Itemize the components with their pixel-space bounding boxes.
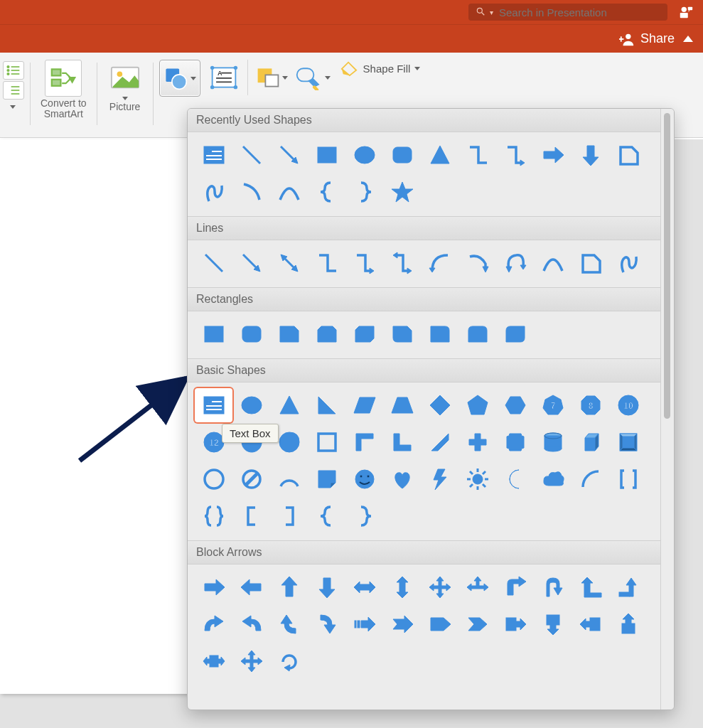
search-input[interactable] — [498, 6, 660, 19]
shape-arrow-l-up[interactable] — [571, 570, 609, 604]
shape-corner-l[interactable] — [345, 425, 383, 459]
text-box-button[interactable]: A — [206, 60, 242, 95]
shape-arrow-circular[interactable] — [270, 644, 308, 678]
shape-left-bracket[interactable] — [232, 499, 270, 533]
shape-down-arrow[interactable] — [571, 138, 609, 172]
shape-diagonal-stripe[interactable] — [421, 425, 458, 459]
shape-snip-same-side[interactable] — [308, 317, 345, 351]
shape-arrow-chevron[interactable] — [458, 607, 496, 641]
shape-elbow-double-arrow[interactable] — [383, 246, 421, 280]
shape-no-symbol[interactable] — [232, 462, 270, 496]
shape-triangle[interactable] — [270, 388, 308, 422]
shape-arrow-curved-left[interactable] — [232, 607, 270, 641]
shape-elbow-connector[interactable] — [458, 138, 496, 172]
shape-oval[interactable] — [345, 138, 383, 172]
shape-oval[interactable] — [232, 388, 270, 422]
shape-arrow-callout-r[interactable] — [496, 607, 534, 641]
shape-arrow-uturn-r[interactable] — [534, 570, 571, 604]
shape-folded-corner[interactable] — [308, 462, 345, 496]
collapse-ribbon-icon[interactable] — [683, 36, 693, 42]
shape-snip-diagonal[interactable] — [345, 317, 383, 351]
shape-arrow-curved-down[interactable] — [308, 607, 345, 641]
shape-line[interactable] — [232, 138, 270, 172]
shape-round-single[interactable] — [421, 317, 458, 351]
shape-arrow-pentagon[interactable] — [421, 607, 458, 641]
shape-line-double-arrow[interactable] — [270, 246, 308, 280]
shape-arrow-callout-u[interactable] — [609, 607, 647, 641]
shape-star-5[interactable] — [383, 175, 421, 209]
shape-l-shape[interactable] — [383, 425, 421, 459]
shape-curve-peak[interactable] — [534, 246, 571, 280]
shape-frame[interactable] — [308, 425, 345, 459]
shape-heart[interactable] — [383, 462, 421, 496]
shape-round-snip[interactable] — [383, 317, 421, 351]
shape-line-arrow[interactable] — [270, 138, 308, 172]
shape-arrow-up[interactable] — [270, 570, 308, 604]
shape-arrow-down[interactable] — [308, 570, 345, 604]
arrange-button[interactable] — [254, 60, 289, 95]
shape-arrow-left[interactable] — [232, 570, 270, 604]
shape-triangle[interactable] — [421, 138, 458, 172]
shape-right-arrow[interactable] — [534, 138, 571, 172]
picture-button[interactable]: Picture — [103, 57, 147, 115]
share-button[interactable]: Share — [619, 31, 675, 47]
shape-arrow-right[interactable] — [195, 570, 232, 604]
shape-donut[interactable] — [195, 462, 232, 496]
shape-fill-button[interactable]: Shape Fill — [339, 60, 421, 77]
shape-arrow-quad[interactable] — [421, 570, 458, 604]
shape-curve-peak[interactable] — [270, 175, 308, 209]
shape-double-brace[interactable] — [195, 499, 232, 533]
scrollbar-thumb[interactable] — [664, 113, 670, 419]
scrollbar[interactable] — [660, 109, 674, 710]
shape-snip-corner[interactable] — [609, 138, 647, 172]
shape-cloud[interactable] — [534, 462, 571, 496]
shape-text-box[interactable] — [195, 138, 232, 172]
shape-arc[interactable] — [270, 462, 308, 496]
shape-line-arrow[interactable] — [232, 246, 270, 280]
shape-arrow-left-right[interactable] — [345, 570, 383, 604]
shape-curved-arrow[interactable] — [458, 246, 496, 280]
shape-rectangle[interactable] — [308, 138, 345, 172]
shape-quarter-arc[interactable] — [571, 462, 609, 496]
shape-parallelogram[interactable] — [345, 388, 383, 422]
shape-line[interactable] — [195, 246, 232, 280]
presence-icon[interactable] — [677, 4, 694, 21]
shape-octagon-8[interactable] — [571, 388, 609, 422]
shape-lightning[interactable] — [421, 462, 458, 496]
shape-round-same-side[interactable] — [458, 317, 496, 351]
shape-arrow-notched[interactable] — [383, 607, 421, 641]
shapes-dropdown-button[interactable] — [159, 60, 200, 97]
shape-right-triangle[interactable] — [308, 388, 345, 422]
shape-left-brace[interactable] — [308, 175, 345, 209]
shape-can[interactable] — [534, 425, 571, 459]
shape-heptagon-7[interactable] — [534, 388, 571, 422]
shape-elbow-connector[interactable] — [308, 246, 345, 280]
shape-hexagon[interactable] — [496, 388, 534, 422]
shape-elbow-arrow[interactable] — [496, 138, 534, 172]
shape-round-diagonal[interactable] — [496, 317, 534, 351]
shape-arrow-callout-lr[interactable] — [195, 644, 232, 678]
shape-curve-right[interactable] — [232, 175, 270, 209]
convert-to-smartart-button[interactable]: Convert to SmartArt — [36, 57, 91, 123]
shape-freeform[interactable] — [195, 175, 232, 209]
shape-right-brace[interactable] — [345, 175, 383, 209]
shape-rounded-rectangle[interactable] — [232, 317, 270, 351]
shape-curved-connector[interactable] — [421, 246, 458, 280]
shape-cube[interactable] — [571, 425, 609, 459]
shape-curved-double-arrow[interactable] — [496, 246, 534, 280]
shape-elbow-arrow[interactable] — [345, 246, 383, 280]
shape-right-bracket[interactable] — [270, 499, 308, 533]
shape-arrow-curved-up[interactable] — [270, 607, 308, 641]
shape-arrow-bent-r[interactable] — [496, 570, 534, 604]
shapes-gallery-scroll[interactable]: Recently Used ShapesLinesRectanglesBasic… — [188, 109, 660, 710]
bullets-button[interactable] — [3, 61, 24, 80]
shape-pentagon[interactable] — [458, 388, 496, 422]
shape-trapezoid[interactable] — [383, 388, 421, 422]
shape-arrow-lr-up[interactable] — [458, 570, 496, 604]
shape-moon[interactable] — [496, 462, 534, 496]
shape-freeform[interactable] — [609, 246, 647, 280]
shape-bevel[interactable] — [609, 425, 647, 459]
quick-styles-button[interactable] — [295, 60, 331, 95]
shape-arrow-callout-l[interactable] — [571, 607, 609, 641]
shape-snip-corner[interactable] — [571, 246, 609, 280]
